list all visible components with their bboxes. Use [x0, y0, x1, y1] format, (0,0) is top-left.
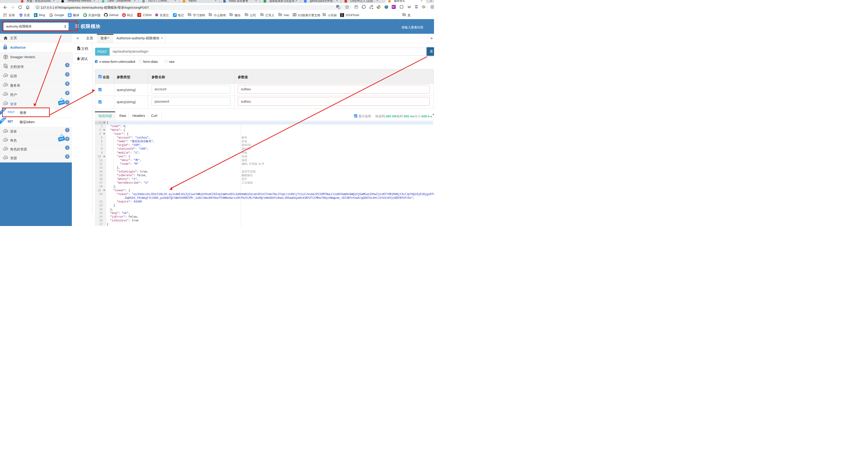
svg-text:译: 译	[68, 14, 71, 17]
svg-text:API: API	[4, 75, 7, 76]
svg-text:API: API	[4, 93, 7, 95]
svg-text:{···}: {···}	[363, 6, 366, 8]
svg-text:en: en	[369, 7, 371, 9]
svg-text:API: API	[4, 157, 7, 159]
svg-text:API: API	[4, 148, 7, 150]
svg-text:API: API	[4, 84, 7, 86]
svg-text:API: API	[4, 139, 7, 141]
svg-text:API: API	[4, 103, 7, 104]
svg-text:API: API	[4, 131, 7, 132]
svg-text:du: du	[20, 15, 22, 17]
svg-text:文: 文	[338, 7, 340, 9]
